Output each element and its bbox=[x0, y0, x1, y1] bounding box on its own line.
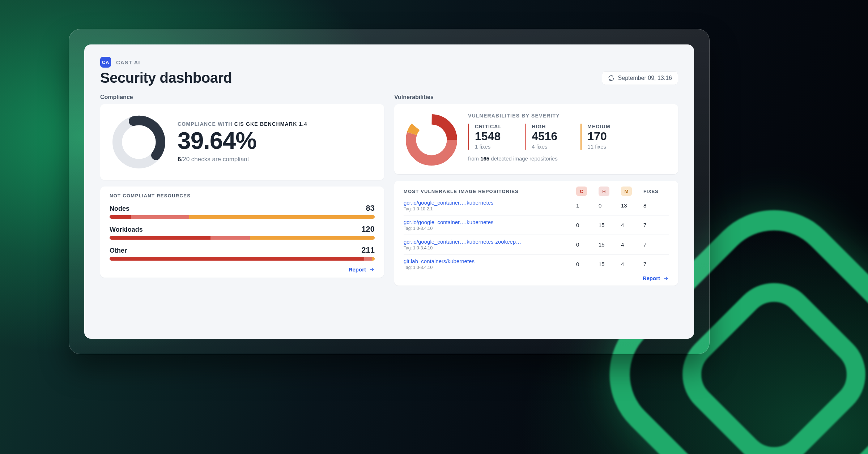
repo-high-count: 0 bbox=[599, 202, 618, 209]
repo-table-title: MOST VULNERABLE IMAGE REPOSITORIES bbox=[404, 189, 573, 194]
badge-critical: C bbox=[576, 187, 587, 196]
repo-medium-count: 4 bbox=[621, 222, 641, 228]
compliance-donut-chart bbox=[110, 113, 167, 171]
severity-high: HIGH 4516 4 fixes bbox=[525, 124, 567, 150]
not-compliant-count: 211 bbox=[361, 245, 375, 255]
refresh-button[interactable]: September 09, 13:16 bbox=[602, 71, 678, 85]
compliance-checks-line: 6/20 checks are compliant bbox=[178, 156, 374, 163]
repo-medium-count: 13 bbox=[621, 202, 641, 209]
vulnerabilities-report-label: Report bbox=[643, 275, 660, 281]
severity-critical-fixes: 1 fixes bbox=[475, 144, 502, 150]
severity-critical-value: 1548 bbox=[475, 130, 502, 143]
repo-name: gcr.io/google_container….kubernetes-zook… bbox=[404, 239, 573, 245]
compliance-section-label: Compliance bbox=[100, 94, 384, 100]
repo-tag: Tag: 1.0-10.2.1 bbox=[404, 206, 573, 211]
repo-table-row[interactable]: gcr.io/google_container….kubernetesTag: … bbox=[404, 215, 669, 235]
severity-critical-label: CRITICAL bbox=[475, 124, 502, 129]
repo-table-card: MOST VULNERABLE IMAGE REPOSITORIES C H M… bbox=[394, 181, 678, 286]
not-compliant-row[interactable]: Other211 bbox=[110, 245, 375, 261]
not-compliant-row[interactable]: Nodes83 bbox=[110, 204, 375, 219]
repo-critical-count: 1 bbox=[576, 202, 596, 209]
vulnerabilities-column: Vulnerabilities VULNERABILITIES BY SEVER… bbox=[394, 93, 678, 286]
not-compliant-count: 120 bbox=[361, 224, 375, 234]
page-title: Security dashboard bbox=[100, 70, 232, 86]
vulnerabilities-report-link[interactable]: Report bbox=[404, 275, 669, 281]
brand-row: CA CAST AI bbox=[100, 57, 678, 68]
repo-tag: Tag: 1.0-3.4.10 bbox=[404, 245, 573, 250]
repo-tag: Tag: 1.0-3.4.10 bbox=[404, 226, 573, 231]
repo-name: git.lab_containers/kubernetes bbox=[404, 258, 573, 264]
repo-high-count: 15 bbox=[599, 222, 618, 228]
repo-fixes-count: 7 bbox=[643, 241, 669, 248]
compliance-report-label: Report bbox=[349, 266, 366, 273]
not-compliant-bar bbox=[110, 236, 375, 240]
title-bar: Security dashboard September 09, 13:16 bbox=[100, 70, 678, 86]
not-compliant-title: NOT COMPLIANT RESOURCES bbox=[110, 193, 375, 198]
not-compliant-card: NOT COMPLIANT RESOURCES Nodes83Workloads… bbox=[100, 187, 384, 278]
repo-fixes-count: 7 bbox=[643, 261, 669, 267]
vulnerabilities-summary-body: VULNERABILITIES BY SEVERITY CRITICAL 154… bbox=[468, 113, 668, 167]
arrow-right-icon bbox=[663, 275, 669, 281]
vulnerabilities-section-label: Vulnerabilities bbox=[394, 94, 678, 100]
columns: Compliance COMPLIANCE WITH CIS GKE BENCH… bbox=[100, 93, 678, 286]
not-compliant-row[interactable]: Workloads120 bbox=[110, 224, 375, 240]
compliance-checks-suffix: checks are compliant bbox=[190, 156, 249, 163]
repo-table-header: MOST VULNERABLE IMAGE REPOSITORIES C H M… bbox=[404, 187, 669, 196]
compliance-summary-body: COMPLIANCE WITH CIS GKE BENCHMARK 1.4 39… bbox=[178, 121, 374, 163]
repo-tag: Tag: 1.0-3.4.10 bbox=[404, 265, 573, 270]
repo-fixes-count: 7 bbox=[643, 222, 669, 228]
repo-critical-count: 0 bbox=[576, 261, 596, 267]
refresh-timestamp: September 09, 13:16 bbox=[618, 75, 672, 81]
vulnerabilities-summary-card: VULNERABILITIES BY SEVERITY CRITICAL 154… bbox=[394, 104, 678, 174]
badge-high: H bbox=[599, 187, 609, 196]
compliance-overline: COMPLIANCE WITH CIS GKE BENCHMARK 1.4 bbox=[178, 121, 374, 127]
severity-high-value: 4516 bbox=[532, 130, 557, 143]
brand-name: CAST AI bbox=[116, 59, 140, 65]
brand-badge: CA bbox=[100, 57, 111, 68]
vuln-footer-suffix: detected image repositories bbox=[489, 155, 557, 162]
not-compliant-bar bbox=[110, 257, 375, 261]
repo-high-count: 15 bbox=[599, 241, 618, 248]
severity-high-label: HIGH bbox=[532, 124, 557, 129]
compliance-overline-prefix: COMPLIANCE WITH bbox=[178, 121, 234, 127]
repo-high-count: 15 bbox=[599, 261, 618, 267]
compliance-checks-total: /20 bbox=[181, 156, 190, 163]
compliance-report-link[interactable]: Report bbox=[110, 266, 375, 273]
repo-table-row[interactable]: git.lab_containers/kubernetesTag: 1.0-3.… bbox=[404, 254, 669, 274]
vuln-footer-prefix: from bbox=[468, 155, 480, 162]
repo-table-row[interactable]: gcr.io/google_container….kubernetesTag: … bbox=[404, 196, 669, 215]
vuln-footer-count: 165 bbox=[480, 155, 489, 162]
repo-table-row[interactable]: gcr.io/google_container….kubernetes-zook… bbox=[404, 235, 669, 254]
not-compliant-name: Nodes bbox=[110, 205, 129, 213]
not-compliant-count: 83 bbox=[366, 204, 375, 213]
column-fixes: FIXES bbox=[643, 189, 665, 194]
severity-critical: CRITICAL 1548 1 fixes bbox=[468, 124, 512, 150]
compliance-overline-strong: CIS GKE BENCHMARK 1.4 bbox=[234, 121, 307, 127]
repo-critical-count: 0 bbox=[576, 222, 596, 228]
repo-name: gcr.io/google_container….kubernetes bbox=[404, 219, 573, 225]
severity-medium-fixes: 11 fixes bbox=[587, 144, 610, 150]
arrow-right-icon bbox=[369, 267, 375, 273]
repo-name: gcr.io/google_container….kubernetes bbox=[404, 200, 573, 206]
not-compliant-name: Other bbox=[110, 247, 127, 254]
not-compliant-name: Workloads bbox=[110, 226, 143, 234]
severity-high-fixes: 4 fixes bbox=[532, 144, 557, 150]
repo-medium-count: 4 bbox=[621, 241, 641, 248]
dashboard-panel: CA CAST AI Security dashboard September … bbox=[84, 44, 694, 339]
not-compliant-bar bbox=[110, 215, 375, 219]
app-window: CA CAST AI Security dashboard September … bbox=[69, 29, 710, 354]
vulnerabilities-overline: VULNERABILITIES BY SEVERITY bbox=[468, 113, 668, 119]
compliance-summary-card: COMPLIANCE WITH CIS GKE BENCHMARK 1.4 39… bbox=[100, 104, 384, 180]
compliance-column: Compliance COMPLIANCE WITH CIS GKE BENCH… bbox=[100, 93, 384, 286]
repo-medium-count: 4 bbox=[621, 261, 641, 267]
repo-fixes-count: 8 bbox=[643, 202, 669, 209]
severity-stats-row: CRITICAL 1548 1 fixes HIGH 4516 4 fixes … bbox=[468, 124, 668, 150]
severity-medium-label: MEDIUM bbox=[587, 124, 610, 129]
refresh-icon bbox=[608, 75, 614, 81]
severity-medium: MEDIUM 170 11 fixes bbox=[580, 124, 620, 150]
repo-critical-count: 0 bbox=[576, 241, 596, 248]
vulnerabilities-donut-chart bbox=[404, 113, 459, 167]
severity-medium-value: 170 bbox=[587, 130, 610, 143]
vulnerabilities-footer-line: from 165 detected image repositories bbox=[468, 155, 668, 162]
compliance-percent: 39.64% bbox=[178, 128, 374, 153]
